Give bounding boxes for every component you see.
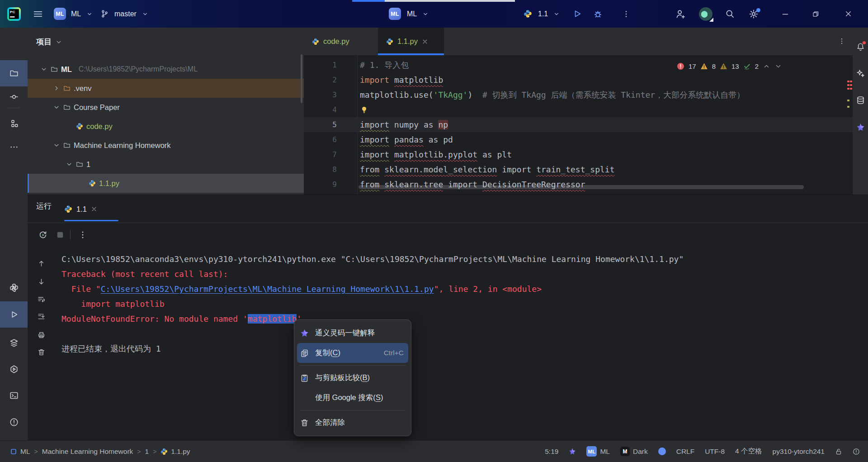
tree-item-code.py[interactable]: code.py — [28, 117, 304, 136]
breadcrumb-item-1.1.py[interactable]: 1.1.py — [160, 448, 190, 456]
line-number: 5 — [304, 117, 337, 132]
pycharm-logo-icon[interactable]: PC — [7, 0, 21, 28]
branch-icon[interactable] — [100, 0, 109, 28]
menu-item-复制(C)[interactable]: 复制(C)Ctrl+C — [297, 343, 408, 363]
run-tab[interactable]: 1.1 — [64, 198, 97, 220]
status-readonly-toggle[interactable] — [835, 448, 842, 455]
tool-window-terminal[interactable] — [0, 386, 28, 405]
tree-item-1[interactable]: 1 — [28, 155, 304, 174]
status-project-widget[interactable]: MLML — [586, 446, 610, 457]
editor-tab-1.1.py[interactable]: 1.1.py — [378, 28, 444, 55]
kebab-icon — [622, 10, 630, 18]
close-button[interactable] — [844, 0, 852, 28]
scroll-to-end-button[interactable] — [35, 310, 47, 322]
main-menu-icon[interactable] — [33, 0, 43, 28]
status-theme-widget[interactable]: MDark — [620, 447, 648, 456]
tool-window-database[interactable] — [853, 91, 868, 109]
debug-button[interactable] — [593, 0, 603, 28]
stop-button[interactable] — [54, 229, 66, 241]
breadcrumb-item-ML[interactable]: ML — [10, 448, 30, 456]
console-output[interactable]: C:\Users\19852\anaconda3\envs\py310-ytor… — [61, 252, 859, 356]
tree-item-ML[interactable]: MLC:\Users\19852\PycharmProjects\ML — [28, 60, 304, 79]
tool-window-ai-assistant[interactable] — [853, 64, 868, 82]
tool-window-more-tool-windows[interactable] — [0, 137, 28, 157]
code-line-4: 4 — [304, 102, 853, 117]
tool-window-notifications[interactable] — [853, 38, 868, 56]
chevron-down-icon[interactable] — [40, 66, 47, 73]
status-indent[interactable]: 4 个空格 — [735, 447, 762, 456]
code-area[interactable]: 178132 1# 1. 导入包2import matplotlib3matpl… — [304, 55, 853, 195]
breadcrumb-item-1[interactable]: 1 — [145, 448, 149, 456]
status-line-separator[interactable]: CRLF — [676, 448, 694, 456]
run-button[interactable] — [572, 0, 582, 28]
project-panel-header[interactable]: 项目 — [36, 37, 62, 47]
tool-window-services[interactable] — [0, 333, 28, 353]
menu-separator — [300, 410, 406, 410]
console-text: C:\Users\19852\anaconda3\envs\py310-ytor… — [61, 254, 684, 264]
ml-badge: ML — [586, 446, 597, 457]
print-button[interactable] — [35, 329, 47, 341]
add-user-icon[interactable] — [675, 0, 685, 28]
tool-window-run-anything[interactable] — [0, 359, 28, 379]
center-project-widget[interactable]: ML — [389, 0, 401, 28]
tree-item-Course Paper[interactable]: Course Paper — [28, 98, 304, 117]
tool-window-problems[interactable] — [0, 412, 28, 432]
more-actions-icon[interactable] — [622, 0, 630, 28]
maximize-button[interactable] — [812, 0, 819, 28]
run-panel-title[interactable]: 运行 — [36, 201, 52, 211]
gear-icon[interactable] — [749, 0, 759, 28]
tree-item-1.1.py[interactable]: 1.1.py — [28, 174, 304, 193]
branch-name[interactable]: master — [114, 0, 137, 28]
tool-window-tongyi-lingma[interactable] — [853, 118, 868, 136]
menu-item-与剪贴板比较(B)[interactable]: 与剪贴板比较(B) — [294, 368, 411, 388]
menu-item-使用 Google 搜索(S)[interactable]: 使用 Google 搜索(S) — [294, 388, 411, 408]
rerun-button[interactable] — [37, 229, 49, 241]
minimize-button[interactable] — [781, 0, 789, 28]
search-icon[interactable] — [725, 0, 735, 28]
scroll-up-button[interactable] — [35, 257, 47, 269]
intention-bulb-icon[interactable] — [360, 105, 368, 114]
status-indicator[interactable] — [658, 448, 666, 455]
scroll-down-button[interactable] — [35, 276, 47, 287]
tool-window-structure[interactable] — [0, 114, 28, 133]
tab-options-icon[interactable] — [838, 38, 845, 45]
status-inspections-widget[interactable] — [853, 448, 860, 455]
tree-item-Machine Learning Homework[interactable]: Machine Learning Homework — [28, 136, 304, 155]
status-encoding[interactable]: UTF-8 — [705, 448, 725, 456]
tool-window-project[interactable] — [0, 60, 28, 86]
project-widget[interactable]: ML — [54, 0, 66, 28]
editor-tab-code.py[interactable]: code.py — [304, 28, 378, 55]
status-caret-position[interactable]: 5:19 — [545, 448, 558, 456]
problems-icon — [9, 418, 19, 427]
status-tongyi-lingma[interactable] — [569, 448, 576, 455]
center-project-name[interactable]: ML — [407, 0, 417, 28]
python-icon — [76, 123, 83, 130]
clear-all-button[interactable] — [35, 346, 47, 358]
python-icon — [524, 10, 532, 18]
menu-item-全部清除[interactable]: 全部清除 — [294, 413, 411, 433]
chevron-down-icon[interactable] — [53, 104, 60, 111]
more-options-button[interactable] — [77, 229, 89, 241]
breadcrumb-item-Machine Learning Homework[interactable]: Machine Learning Homework — [42, 448, 133, 456]
close-icon[interactable] — [91, 206, 97, 212]
top-progress-track — [385, 0, 515, 2]
chevron-down-icon[interactable] — [66, 161, 73, 168]
chevron-down-icon[interactable] — [53, 142, 60, 149]
console-line — [61, 326, 859, 341]
run-config-name[interactable]: 1.1 — [538, 0, 548, 28]
soft-wrap-button[interactable] — [35, 293, 47, 305]
status-interpreter[interactable]: py310-ytorch241 — [773, 448, 825, 456]
avatar[interactable] — [699, 0, 712, 28]
chevron-right-icon[interactable] — [53, 85, 60, 92]
menu-item-通义灵码一键解释[interactable]: 通义灵码一键解释 — [294, 323, 411, 343]
tool-window-commit[interactable] — [0, 87, 28, 107]
tree-item-.venv[interactable]: .venv — [28, 79, 304, 98]
tool-window-python-packages[interactable] — [0, 278, 28, 298]
tool-window-run[interactable] — [0, 301, 28, 328]
project-name[interactable]: ML — [71, 0, 81, 28]
project-scrollbar[interactable] — [301, 54, 302, 103]
python-icon — [386, 38, 393, 45]
print-icon — [38, 331, 45, 339]
close-icon[interactable] — [422, 38, 428, 45]
stacktrace-link[interactable]: C:\Users\19852\PycharmProjects\ML\Machin… — [101, 284, 434, 294]
